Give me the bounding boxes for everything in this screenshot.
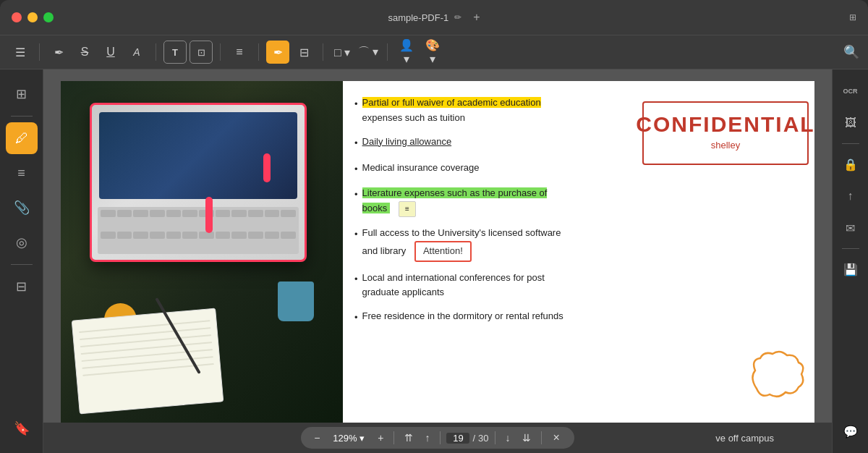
pdf-viewer[interactable]: CONFIDENTIAL shelley • Partial or full w… bbox=[43, 69, 832, 423]
sidebar-item-layers[interactable]: ⊟ bbox=[6, 271, 38, 302]
left-sidebar: ⊞ 🖊 ≡ 📎 ◎ ⊟ 🔖 bbox=[0, 69, 43, 453]
total-pages: 30 bbox=[478, 433, 488, 444]
first-page-button[interactable]: ⇈ bbox=[400, 431, 417, 445]
chat-button[interactable]: 💬 bbox=[838, 418, 864, 444]
bullet-dot: • bbox=[354, 162, 358, 177]
comment-tool[interactable]: ☰ bbox=[9, 41, 32, 64]
toolbar-separator bbox=[323, 43, 323, 61]
stamp-text: CONFIDENTIAL bbox=[636, 114, 814, 135]
toolbar-separator bbox=[39, 43, 40, 61]
add-tab-button[interactable]: + bbox=[473, 11, 480, 24]
toolbar-separator bbox=[220, 43, 221, 61]
page-image bbox=[61, 81, 343, 423]
callout-tool[interactable]: ⊡ bbox=[190, 41, 213, 64]
traffic-lights bbox=[12, 12, 54, 22]
bullet-dot: • bbox=[354, 97, 358, 112]
laptop-keyboard bbox=[98, 207, 299, 254]
bullet-dot: • bbox=[354, 187, 358, 203]
zoom-controls: − 129% ▾ + ⇈ ↑ / 30 ↓ ⇊ × bbox=[301, 427, 574, 449]
shape-tool[interactable]: □ ▾ bbox=[331, 41, 354, 64]
zoom-level: 129% ▾ bbox=[327, 431, 370, 445]
sidebar-item-list[interactable]: ≡ bbox=[6, 157, 38, 189]
zoom-out-button[interactable]: − bbox=[310, 431, 324, 445]
share-button[interactable]: ↑ bbox=[838, 183, 864, 209]
stamp-tool[interactable]: 👤 ▾ bbox=[395, 41, 418, 64]
bullet-text-6: Local and international conferences for … bbox=[362, 271, 545, 301]
textbox-tool[interactable]: T bbox=[163, 41, 187, 64]
fill-color-tool[interactable]: 🎨 ▾ bbox=[421, 41, 444, 64]
note-icon[interactable]: ≡ bbox=[399, 201, 416, 217]
highlight-yellow-1: Partial or full waiver of academic educa… bbox=[362, 97, 541, 108]
bottom-separator bbox=[393, 431, 394, 444]
titlebar: sample-PDF-1 ✏ + ⊞ bbox=[0, 0, 868, 35]
minimize-button[interactable] bbox=[27, 12, 38, 22]
next-page-button[interactable]: ↓ bbox=[501, 431, 515, 445]
highlight-green-books: books bbox=[362, 203, 391, 213]
save-button[interactable]: 💾 bbox=[838, 256, 864, 282]
page-text: CONFIDENTIAL shelley • Partial or full w… bbox=[343, 81, 814, 423]
window-controls: ⊞ bbox=[849, 12, 856, 22]
sidebar-item-pages[interactable]: ⊞ bbox=[6, 78, 38, 110]
bottom-separator bbox=[541, 431, 542, 444]
sidebar-item-attachments[interactable]: 📎 bbox=[6, 192, 38, 224]
toolbar-separator bbox=[258, 43, 259, 61]
right-separator bbox=[842, 248, 859, 249]
strikethrough-tool[interactable]: S bbox=[73, 41, 96, 64]
underline-tool[interactable]: U bbox=[99, 41, 122, 64]
close-bottom-bar-button[interactable]: × bbox=[548, 430, 566, 446]
bullet-text-3: Medical insurance coverage bbox=[362, 161, 480, 176]
active-indicator bbox=[9, 136, 13, 140]
scribble-decoration bbox=[742, 345, 807, 408]
highlight-pen-tool[interactable]: ✒ bbox=[47, 41, 70, 64]
bottom-separator bbox=[495, 431, 495, 444]
close-button[interactable] bbox=[12, 12, 22, 22]
prev-page-button[interactable]: ↑ bbox=[420, 431, 434, 445]
maximize-button[interactable] bbox=[43, 12, 54, 22]
right-sidebar: OCR 🖼 🔒 ↑ ✉ 💾 💬 bbox=[832, 69, 868, 453]
bullet-dot: • bbox=[354, 310, 358, 326]
continuation-text-1: expenses such as tuition bbox=[362, 112, 465, 123]
measure-tool[interactable]: ⌒ ▾ bbox=[357, 41, 380, 64]
bottom-bar: − 129% ▾ + ⇈ ↑ / 30 ↓ ⇊ × ve off campu bbox=[43, 423, 832, 453]
right-separator bbox=[842, 143, 859, 144]
sidebar-item-search[interactable]: ◎ bbox=[6, 226, 38, 258]
content-area: CONFIDENTIAL shelley • Partial or full w… bbox=[43, 69, 832, 453]
stamp-panel-button[interactable]: 🖼 bbox=[838, 110, 864, 136]
attention-box: Attention! bbox=[414, 241, 472, 262]
list-tool[interactable]: ≡ bbox=[228, 41, 251, 64]
sidebar-item-bookmark[interactable]: 🔖 bbox=[6, 412, 38, 444]
main-layout: ⊞ 🖊 ≡ 📎 ◎ ⊟ 🔖 bbox=[0, 69, 868, 453]
sidebar-separator bbox=[11, 264, 33, 265]
bullet-dot: • bbox=[354, 136, 358, 151]
email-button[interactable]: ✉ bbox=[838, 215, 864, 241]
zoom-dropdown-icon[interactable]: ▾ bbox=[359, 433, 365, 444]
last-page-button[interactable]: ⇊ bbox=[518, 431, 535, 445]
confidential-stamp: CONFIDENTIAL shelley bbox=[642, 101, 809, 165]
bullet-text-1: Partial or full waiver of academic educa… bbox=[362, 96, 541, 126]
pen-tool[interactable]: ✒ bbox=[266, 41, 289, 64]
ocr-button[interactable]: OCR bbox=[838, 78, 864, 104]
highlight-green-1: Literature expenses such as the purchase… bbox=[362, 187, 548, 198]
laptop bbox=[90, 103, 307, 262]
search-button[interactable]: 🔍 bbox=[843, 44, 859, 60]
pink-accent-1 bbox=[205, 197, 213, 233]
lock-button[interactable]: 🔒 bbox=[838, 151, 864, 177]
bullet-text-2: Daily living allowance bbox=[362, 135, 452, 150]
partial-text: ve off campus bbox=[715, 433, 774, 444]
stamp-subtext: shelley bbox=[711, 138, 740, 153]
pink-accent-2 bbox=[263, 153, 271, 182]
page-number-input[interactable] bbox=[446, 433, 469, 444]
sidebar-item-annotations[interactable]: 🖊 bbox=[6, 122, 38, 154]
desk-background bbox=[61, 81, 343, 423]
bullet-text-4: Literature expenses such as the purchase… bbox=[362, 186, 548, 217]
typewriter-tool[interactable]: A bbox=[125, 41, 148, 64]
notebook bbox=[72, 308, 224, 415]
edit-title-icon[interactable]: ✏ bbox=[454, 12, 461, 22]
eraser-tool[interactable]: ⊟ bbox=[292, 41, 315, 64]
bullet-dot: • bbox=[354, 272, 358, 287]
bullet-item-4: • Literature expenses such as the purcha… bbox=[354, 186, 797, 217]
bullet-dot: • bbox=[354, 227, 358, 242]
bullet-text-7: Free residence in the dormitory or renta… bbox=[362, 309, 563, 324]
toolbar-separator bbox=[387, 43, 388, 61]
zoom-in-button[interactable]: + bbox=[373, 431, 388, 445]
